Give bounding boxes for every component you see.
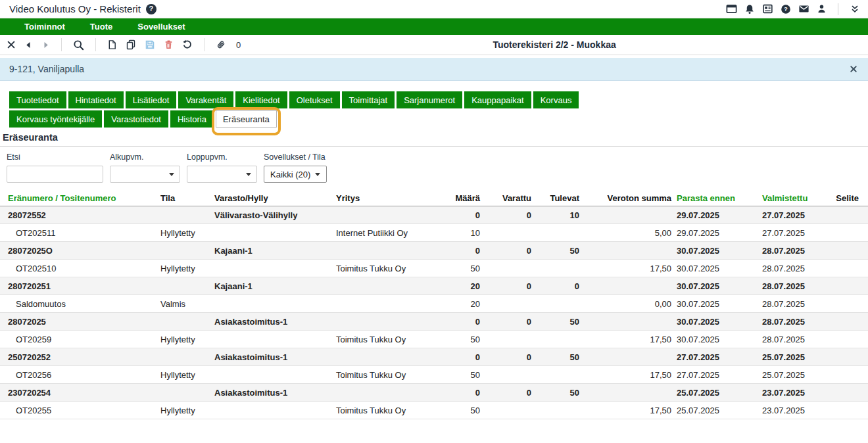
table-cell: 27.07.2025 xyxy=(760,206,833,224)
titlebar: Video Koulutus Oy - Rekisterit ? ? xyxy=(0,0,868,18)
save-icon[interactable] xyxy=(145,39,155,50)
table-cell xyxy=(582,206,674,224)
close-icon[interactable] xyxy=(7,40,16,49)
table-cell: 28.07.2025 xyxy=(760,313,833,331)
tab-korvaus-ty-ntekij-lle[interactable]: Korvaus työntekijälle xyxy=(9,110,102,128)
table-cell: 230720254 xyxy=(0,384,158,402)
column-header-varasto-hylly[interactable]: Varasto/Hylly xyxy=(212,191,333,206)
table-cell: Toimitus Tukku Oy xyxy=(333,260,433,277)
delete-icon[interactable] xyxy=(164,39,174,50)
table-row-group[interactable]: 28072552Välivarasto-Välihylly001029.07.2… xyxy=(0,206,868,224)
column-header-selite[interactable]: Selite xyxy=(833,191,868,206)
column-header-eränumero-tositenumero[interactable]: Eränumero / Tositenumero xyxy=(0,191,158,206)
table-cell xyxy=(833,260,868,277)
table-cell: 5,00 xyxy=(582,224,674,242)
apps-status-dropdown[interactable]: Kaikki (20) xyxy=(264,166,327,183)
column-header-määrä[interactable]: Määrä xyxy=(433,191,483,206)
tab-tuotetiedot[interactable]: Tuotetiedot xyxy=(9,91,66,108)
table-cell: 23.07.2025 xyxy=(760,402,833,419)
table-cell: 28.07.2025 xyxy=(760,277,833,295)
previous-icon[interactable] xyxy=(24,41,33,49)
tab-er-seuranta[interactable]: Eräseuranta xyxy=(216,110,277,128)
table-cell xyxy=(483,224,534,242)
next-icon[interactable] xyxy=(41,41,50,49)
tab-kielitiedot[interactable]: Kielitiedot xyxy=(235,91,287,108)
table-cell: 29.07.2025 xyxy=(674,224,760,242)
table-row-group[interactable]: 250720252Asiakastoimitus-1005027.07.2025… xyxy=(0,348,868,366)
svg-text:?: ? xyxy=(784,5,788,12)
tab-varakent-t[interactable]: Varakentät xyxy=(178,91,233,108)
table-cell: 28.07.2025 xyxy=(760,242,833,260)
table-cell: Internet Putiikki Oy xyxy=(333,224,433,242)
column-header-tulevat[interactable]: Tulevat xyxy=(534,191,582,206)
column-header-yritys[interactable]: Yritys xyxy=(333,191,433,206)
table-cell: 28072025O xyxy=(0,242,158,260)
tab-sarjanumerot[interactable]: Sarjanumerot xyxy=(397,91,462,108)
divider xyxy=(838,3,838,15)
column-header-veroton-summa[interactable]: Veroton summa xyxy=(582,191,674,206)
news-icon[interactable] xyxy=(762,3,773,14)
notifications-icon[interactable] xyxy=(744,4,755,14)
table-cell xyxy=(333,384,433,402)
table-row-group[interactable]: 28072025Asiakastoimitus-1005030.07.20252… xyxy=(0,313,868,331)
tab-korvaus[interactable]: Korvaus xyxy=(533,91,579,108)
menu-item-tuote[interactable]: Tuote xyxy=(78,22,125,32)
tab-historia[interactable]: Historia xyxy=(170,110,214,128)
divider xyxy=(204,38,205,51)
search-icon[interactable] xyxy=(73,39,84,51)
table-row-group[interactable]: 230720254Asiakastoimitus-1005025.07.2025… xyxy=(0,384,868,402)
menu-item-toiminnot[interactable]: Toiminnot xyxy=(12,22,78,32)
tab-varastotiedot[interactable]: Varastotiedot xyxy=(104,110,168,128)
table-cell: 28.07.2025 xyxy=(760,331,833,348)
window-icon[interactable] xyxy=(726,3,737,14)
table-cell xyxy=(833,242,868,260)
tab-kauppapaikat[interactable]: Kauppapaikat xyxy=(464,91,531,108)
table-row-group[interactable]: 280720251Kajaani-1200030.07.202528.07.20… xyxy=(0,277,868,295)
search-input[interactable] xyxy=(7,166,103,183)
mail-icon[interactable] xyxy=(798,3,809,14)
column-header-tila[interactable]: Tila xyxy=(158,191,212,206)
help-icon[interactable]: ? xyxy=(781,4,791,14)
user-icon[interactable] xyxy=(817,4,827,14)
table-cell: 50 xyxy=(534,384,582,402)
table-row-child[interactable]: OT20256HyllytettyToimitus Tukku Oy5017,5… xyxy=(0,366,868,384)
table-cell: 17,50 xyxy=(582,331,674,348)
table-cell: 30.07.2025 xyxy=(674,331,760,348)
copy-icon[interactable] xyxy=(126,39,136,50)
table-row-group[interactable]: 28072025OKajaani-1005030.07.202528.07.20… xyxy=(0,242,868,260)
table-cell: 27.07.2025 xyxy=(674,348,760,366)
table-cell: 0 xyxy=(483,242,534,260)
table-cell: Saldomuutos xyxy=(0,295,158,313)
table-cell: Kajaani-1 xyxy=(212,277,333,295)
menu-item-sovellukset[interactable]: Sovellukset xyxy=(125,22,197,32)
table-cell: 20 xyxy=(433,295,483,313)
table-row-child[interactable]: OT202511HyllytettyInternet Putiikki Oy10… xyxy=(0,224,868,242)
collapse-icon[interactable] xyxy=(850,4,860,14)
table-row-child[interactable]: OT202510HyllytettyToimitus Tukku Oy5017,… xyxy=(0,260,868,277)
end-date-picker[interactable] xyxy=(187,166,257,183)
table-cell: 0 xyxy=(483,384,534,402)
column-header-valmistettu[interactable]: Valmistettu xyxy=(760,191,833,206)
table-row-child[interactable]: OT20259HyllytettyToimitus Tukku Oy5017,5… xyxy=(0,331,868,348)
new-document-icon[interactable] xyxy=(107,39,117,50)
infobar-close-icon[interactable] xyxy=(850,65,857,73)
table-cell xyxy=(158,206,212,224)
attachment-icon[interactable] xyxy=(216,39,226,50)
column-header-varattu[interactable]: Varattu xyxy=(483,191,534,206)
table-row-child[interactable]: OT20255HyllytettyToimitus Tukku Oy5017,5… xyxy=(0,402,868,419)
table-cell xyxy=(582,277,674,295)
table-cell xyxy=(483,260,534,277)
column-header-parasta-ennen[interactable]: Parasta ennen xyxy=(674,191,760,206)
tab-lis-tiedot[interactable]: Lisätiedot xyxy=(126,91,177,108)
table-row-child[interactable]: SaldomuutosValmis200,0030.07.202528.07.2… xyxy=(0,295,868,313)
undo-icon[interactable] xyxy=(182,39,193,50)
tab-toimittajat[interactable]: Toimittajat xyxy=(342,91,395,108)
table-cell: 0 xyxy=(433,348,483,366)
table-cell: 17,50 xyxy=(582,366,674,384)
table-cell: OT202511 xyxy=(0,224,158,242)
table-cell xyxy=(534,366,582,384)
help-badge-icon[interactable]: ? xyxy=(146,4,157,14)
tab-hintatiedot[interactable]: Hintatiedot xyxy=(68,91,124,108)
start-date-picker[interactable] xyxy=(110,166,180,183)
tab-oletukset[interactable]: Oletukset xyxy=(289,91,340,108)
